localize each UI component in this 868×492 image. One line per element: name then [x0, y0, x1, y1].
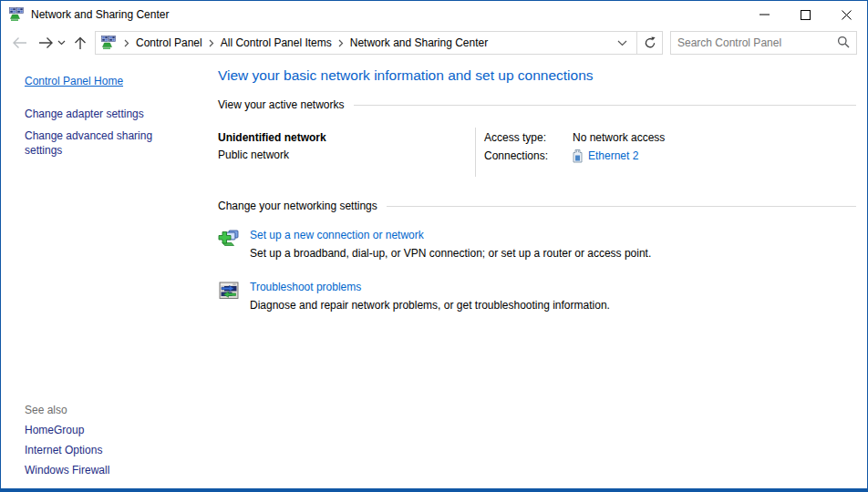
- breadcrumb-all-control-panel-items[interactable]: All Control Panel Items: [219, 36, 334, 49]
- chevron-right-icon: [124, 39, 129, 47]
- main-pane: View your basic network information and …: [211, 57, 867, 488]
- troubleshoot-link[interactable]: Troubleshoot problems: [250, 280, 361, 294]
- troubleshoot-description: Diagnose and repair network problems, or…: [250, 299, 610, 313]
- access-type-label: Access type:: [484, 129, 573, 147]
- active-networks-section-header: View your active networks: [218, 98, 856, 111]
- network-sharing-center-window: Network and Sharing Center: [0, 0, 868, 492]
- chevron-down-icon: [617, 40, 627, 46]
- section-divider: [387, 206, 856, 207]
- network-sharing-center-icon: [101, 36, 116, 50]
- address-history-dropdown[interactable]: [614, 40, 631, 46]
- forward-arrow-icon: [37, 36, 54, 49]
- close-button[interactable]: [826, 1, 867, 28]
- setup-connection-link[interactable]: Set up a new connection or network: [250, 228, 424, 242]
- close-icon: [842, 10, 852, 20]
- page-title: View your basic network information and …: [218, 66, 856, 86]
- recent-pages-dropdown[interactable]: [57, 40, 66, 46]
- chevron-right-icon: [209, 39, 214, 47]
- sidebar-item-homegroup[interactable]: HomeGroup: [25, 424, 84, 436]
- chevron-right-icon: [338, 39, 344, 47]
- caption-buttons: [744, 1, 867, 28]
- monitor-with-green-plus-icon: [218, 228, 240, 250]
- see-also-section: See also HomeGroup Internet Options Wind…: [25, 404, 202, 477]
- troubleshoot-text: Troubleshoot problems Diagnose and repai…: [250, 280, 610, 313]
- refresh-button[interactable]: [637, 31, 663, 55]
- refresh-icon: [644, 36, 656, 49]
- sidebar-item-control-panel-home[interactable]: Control Panel Home: [25, 75, 123, 87]
- ethernet-plug-icon: [573, 149, 583, 163]
- back-arrow-icon: [12, 36, 28, 49]
- chevron-down-icon: [57, 40, 66, 46]
- connection-link-ethernet-2[interactable]: Ethernet 2: [588, 148, 638, 165]
- maximize-button[interactable]: [785, 1, 826, 28]
- sidebar: Control Panel Home Change adapter settin…: [1, 57, 211, 488]
- content-area: Control Panel Home Change adapter settin…: [1, 57, 867, 488]
- sidebar-item-change-adapter-settings[interactable]: Change adapter settings: [25, 107, 181, 121]
- sidebar-item-windows-firewall[interactable]: Windows Firewall: [25, 464, 109, 477]
- toolbar: Control Panel All Control Panel Items Ne…: [1, 28, 867, 57]
- window-with-arrows-icon: [218, 280, 240, 302]
- connections-value: Ethernet 2: [573, 148, 665, 165]
- search-input[interactable]: [677, 36, 837, 49]
- troubleshoot-item: Troubleshoot problems Diagnose and repai…: [218, 280, 856, 313]
- sidebar-item-internet-options[interactable]: Internet Options: [25, 444, 102, 456]
- active-network-row: Unidentified network Public network Acce…: [218, 129, 856, 175]
- search-icon[interactable]: [837, 36, 850, 51]
- address-bar[interactable]: Control Panel All Control Panel Items Ne…: [95, 31, 637, 55]
- breadcrumb-control-panel[interactable]: Control Panel: [134, 36, 204, 49]
- network-category: Public network: [218, 147, 475, 164]
- up-arrow-icon: [74, 36, 87, 50]
- networking-settings-section-header: Change your networking settings: [218, 200, 856, 212]
- see-also-header: See also: [25, 404, 202, 416]
- access-type-value: No network access: [573, 129, 665, 147]
- titlebar: Network and Sharing Center: [1, 1, 867, 28]
- back-button[interactable]: [12, 36, 28, 49]
- minimize-icon: [760, 14, 770, 15]
- maximize-icon: [801, 10, 811, 20]
- network-name: Unidentified network: [218, 129, 475, 147]
- minimize-button[interactable]: [744, 1, 785, 28]
- setup-connection-text: Set up a new connection or network Set u…: [250, 228, 651, 261]
- network-details: Access type: No network access Connectio…: [476, 129, 665, 175]
- connections-label: Connections:: [484, 148, 573, 165]
- section-divider: [354, 105, 856, 106]
- up-button[interactable]: [74, 36, 87, 50]
- search-box: [670, 31, 857, 55]
- forward-button[interactable]: [37, 36, 54, 49]
- breadcrumb-network-and-sharing-center[interactable]: Network and Sharing Center: [348, 36, 490, 49]
- window-title: Network and Sharing Center: [31, 8, 169, 21]
- sidebar-item-change-advanced-sharing-settings[interactable]: Change advanced sharing settings: [25, 128, 181, 158]
- setup-connection-item: Set up a new connection or network Set u…: [218, 228, 856, 261]
- network-sharing-center-icon: [9, 7, 24, 22]
- network-identity: Unidentified network Public network: [218, 129, 475, 175]
- networking-settings-section-title: Change your networking settings: [218, 200, 377, 212]
- setup-connection-description: Set up a broadband, dial-up, or VPN conn…: [250, 247, 651, 261]
- active-networks-section-title: View your active networks: [218, 98, 345, 111]
